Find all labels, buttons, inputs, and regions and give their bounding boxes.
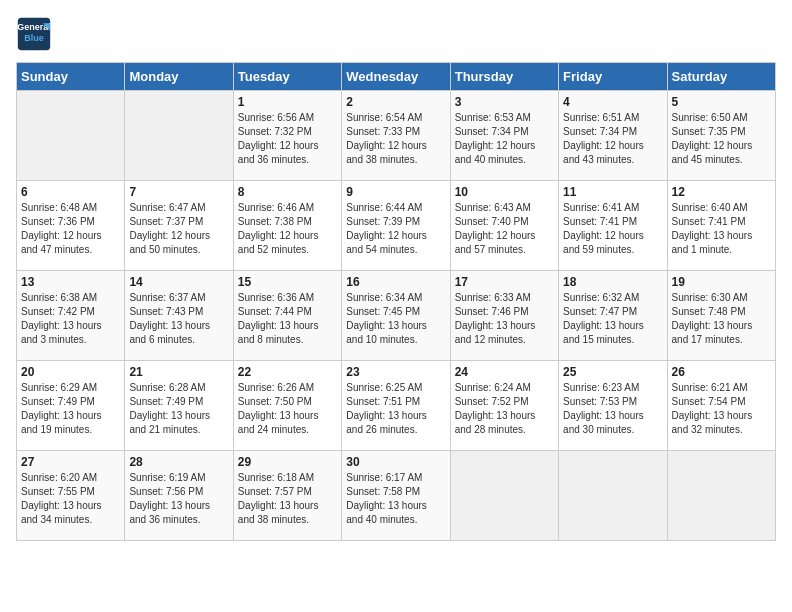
calendar-cell: 25Sunrise: 6:23 AMSunset: 7:53 PMDayligh… bbox=[559, 361, 667, 451]
day-info: Sunrise: 6:47 AMSunset: 7:37 PMDaylight:… bbox=[129, 201, 228, 257]
calendar-cell: 14Sunrise: 6:37 AMSunset: 7:43 PMDayligh… bbox=[125, 271, 233, 361]
calendar-cell: 26Sunrise: 6:21 AMSunset: 7:54 PMDayligh… bbox=[667, 361, 775, 451]
calendar-cell bbox=[450, 451, 558, 541]
day-info: Sunrise: 6:38 AMSunset: 7:42 PMDaylight:… bbox=[21, 291, 120, 347]
day-number: 11 bbox=[563, 185, 662, 199]
calendar-cell: 20Sunrise: 6:29 AMSunset: 7:49 PMDayligh… bbox=[17, 361, 125, 451]
day-info: Sunrise: 6:34 AMSunset: 7:45 PMDaylight:… bbox=[346, 291, 445, 347]
day-number: 5 bbox=[672, 95, 771, 109]
day-number: 13 bbox=[21, 275, 120, 289]
day-info: Sunrise: 6:41 AMSunset: 7:41 PMDaylight:… bbox=[563, 201, 662, 257]
calendar-table: SundayMondayTuesdayWednesdayThursdayFrid… bbox=[16, 62, 776, 541]
day-info: Sunrise: 6:50 AMSunset: 7:35 PMDaylight:… bbox=[672, 111, 771, 167]
calendar-cell: 15Sunrise: 6:36 AMSunset: 7:44 PMDayligh… bbox=[233, 271, 341, 361]
calendar-cell: 6Sunrise: 6:48 AMSunset: 7:36 PMDaylight… bbox=[17, 181, 125, 271]
col-header-wednesday: Wednesday bbox=[342, 63, 450, 91]
logo: General Blue bbox=[16, 16, 56, 52]
day-info: Sunrise: 6:25 AMSunset: 7:51 PMDaylight:… bbox=[346, 381, 445, 437]
day-info: Sunrise: 6:20 AMSunset: 7:55 PMDaylight:… bbox=[21, 471, 120, 527]
calendar-cell: 13Sunrise: 6:38 AMSunset: 7:42 PMDayligh… bbox=[17, 271, 125, 361]
day-number: 24 bbox=[455, 365, 554, 379]
day-info: Sunrise: 6:30 AMSunset: 7:48 PMDaylight:… bbox=[672, 291, 771, 347]
day-info: Sunrise: 6:56 AMSunset: 7:32 PMDaylight:… bbox=[238, 111, 337, 167]
calendar-cell: 23Sunrise: 6:25 AMSunset: 7:51 PMDayligh… bbox=[342, 361, 450, 451]
day-number: 3 bbox=[455, 95, 554, 109]
day-info: Sunrise: 6:40 AMSunset: 7:41 PMDaylight:… bbox=[672, 201, 771, 257]
page-header: General Blue bbox=[16, 16, 776, 52]
day-number: 21 bbox=[129, 365, 228, 379]
calendar-cell: 4Sunrise: 6:51 AMSunset: 7:34 PMDaylight… bbox=[559, 91, 667, 181]
calendar-cell: 11Sunrise: 6:41 AMSunset: 7:41 PMDayligh… bbox=[559, 181, 667, 271]
calendar-cell: 22Sunrise: 6:26 AMSunset: 7:50 PMDayligh… bbox=[233, 361, 341, 451]
day-info: Sunrise: 6:36 AMSunset: 7:44 PMDaylight:… bbox=[238, 291, 337, 347]
col-header-thursday: Thursday bbox=[450, 63, 558, 91]
day-number: 17 bbox=[455, 275, 554, 289]
day-info: Sunrise: 6:44 AMSunset: 7:39 PMDaylight:… bbox=[346, 201, 445, 257]
calendar-cell: 19Sunrise: 6:30 AMSunset: 7:48 PMDayligh… bbox=[667, 271, 775, 361]
day-info: Sunrise: 6:37 AMSunset: 7:43 PMDaylight:… bbox=[129, 291, 228, 347]
calendar-cell: 1Sunrise: 6:56 AMSunset: 7:32 PMDaylight… bbox=[233, 91, 341, 181]
day-info: Sunrise: 6:53 AMSunset: 7:34 PMDaylight:… bbox=[455, 111, 554, 167]
day-number: 19 bbox=[672, 275, 771, 289]
calendar-cell: 2Sunrise: 6:54 AMSunset: 7:33 PMDaylight… bbox=[342, 91, 450, 181]
day-number: 6 bbox=[21, 185, 120, 199]
calendar-cell: 27Sunrise: 6:20 AMSunset: 7:55 PMDayligh… bbox=[17, 451, 125, 541]
calendar-cell: 3Sunrise: 6:53 AMSunset: 7:34 PMDaylight… bbox=[450, 91, 558, 181]
calendar-cell: 29Sunrise: 6:18 AMSunset: 7:57 PMDayligh… bbox=[233, 451, 341, 541]
calendar-cell bbox=[667, 451, 775, 541]
day-info: Sunrise: 6:26 AMSunset: 7:50 PMDaylight:… bbox=[238, 381, 337, 437]
day-info: Sunrise: 6:24 AMSunset: 7:52 PMDaylight:… bbox=[455, 381, 554, 437]
calendar-cell: 12Sunrise: 6:40 AMSunset: 7:41 PMDayligh… bbox=[667, 181, 775, 271]
calendar-week-3: 13Sunrise: 6:38 AMSunset: 7:42 PMDayligh… bbox=[17, 271, 776, 361]
day-number: 1 bbox=[238, 95, 337, 109]
calendar-cell: 8Sunrise: 6:46 AMSunset: 7:38 PMDaylight… bbox=[233, 181, 341, 271]
col-header-friday: Friday bbox=[559, 63, 667, 91]
day-info: Sunrise: 6:17 AMSunset: 7:58 PMDaylight:… bbox=[346, 471, 445, 527]
day-number: 12 bbox=[672, 185, 771, 199]
calendar-week-1: 1Sunrise: 6:56 AMSunset: 7:32 PMDaylight… bbox=[17, 91, 776, 181]
day-info: Sunrise: 6:54 AMSunset: 7:33 PMDaylight:… bbox=[346, 111, 445, 167]
day-number: 30 bbox=[346, 455, 445, 469]
day-number: 27 bbox=[21, 455, 120, 469]
day-number: 22 bbox=[238, 365, 337, 379]
calendar-cell: 17Sunrise: 6:33 AMSunset: 7:46 PMDayligh… bbox=[450, 271, 558, 361]
calendar-cell: 18Sunrise: 6:32 AMSunset: 7:47 PMDayligh… bbox=[559, 271, 667, 361]
day-number: 16 bbox=[346, 275, 445, 289]
day-number: 14 bbox=[129, 275, 228, 289]
day-info: Sunrise: 6:32 AMSunset: 7:47 PMDaylight:… bbox=[563, 291, 662, 347]
day-number: 4 bbox=[563, 95, 662, 109]
calendar-week-5: 27Sunrise: 6:20 AMSunset: 7:55 PMDayligh… bbox=[17, 451, 776, 541]
day-number: 20 bbox=[21, 365, 120, 379]
calendar-cell: 7Sunrise: 6:47 AMSunset: 7:37 PMDaylight… bbox=[125, 181, 233, 271]
calendar-cell bbox=[17, 91, 125, 181]
day-info: Sunrise: 6:21 AMSunset: 7:54 PMDaylight:… bbox=[672, 381, 771, 437]
day-number: 15 bbox=[238, 275, 337, 289]
day-number: 8 bbox=[238, 185, 337, 199]
col-header-sunday: Sunday bbox=[17, 63, 125, 91]
day-number: 28 bbox=[129, 455, 228, 469]
day-info: Sunrise: 6:29 AMSunset: 7:49 PMDaylight:… bbox=[21, 381, 120, 437]
day-number: 25 bbox=[563, 365, 662, 379]
day-info: Sunrise: 6:18 AMSunset: 7:57 PMDaylight:… bbox=[238, 471, 337, 527]
calendar-week-4: 20Sunrise: 6:29 AMSunset: 7:49 PMDayligh… bbox=[17, 361, 776, 451]
day-number: 2 bbox=[346, 95, 445, 109]
calendar-cell bbox=[125, 91, 233, 181]
day-info: Sunrise: 6:28 AMSunset: 7:49 PMDaylight:… bbox=[129, 381, 228, 437]
day-info: Sunrise: 6:43 AMSunset: 7:40 PMDaylight:… bbox=[455, 201, 554, 257]
calendar-week-2: 6Sunrise: 6:48 AMSunset: 7:36 PMDaylight… bbox=[17, 181, 776, 271]
logo-icon: General Blue bbox=[16, 16, 52, 52]
day-number: 29 bbox=[238, 455, 337, 469]
day-number: 7 bbox=[129, 185, 228, 199]
calendar-cell: 24Sunrise: 6:24 AMSunset: 7:52 PMDayligh… bbox=[450, 361, 558, 451]
day-info: Sunrise: 6:46 AMSunset: 7:38 PMDaylight:… bbox=[238, 201, 337, 257]
calendar-cell: 28Sunrise: 6:19 AMSunset: 7:56 PMDayligh… bbox=[125, 451, 233, 541]
col-header-monday: Monday bbox=[125, 63, 233, 91]
col-header-tuesday: Tuesday bbox=[233, 63, 341, 91]
day-info: Sunrise: 6:23 AMSunset: 7:53 PMDaylight:… bbox=[563, 381, 662, 437]
day-number: 9 bbox=[346, 185, 445, 199]
day-info: Sunrise: 6:51 AMSunset: 7:34 PMDaylight:… bbox=[563, 111, 662, 167]
calendar-cell: 5Sunrise: 6:50 AMSunset: 7:35 PMDaylight… bbox=[667, 91, 775, 181]
calendar-cell: 30Sunrise: 6:17 AMSunset: 7:58 PMDayligh… bbox=[342, 451, 450, 541]
day-number: 23 bbox=[346, 365, 445, 379]
calendar-cell: 21Sunrise: 6:28 AMSunset: 7:49 PMDayligh… bbox=[125, 361, 233, 451]
